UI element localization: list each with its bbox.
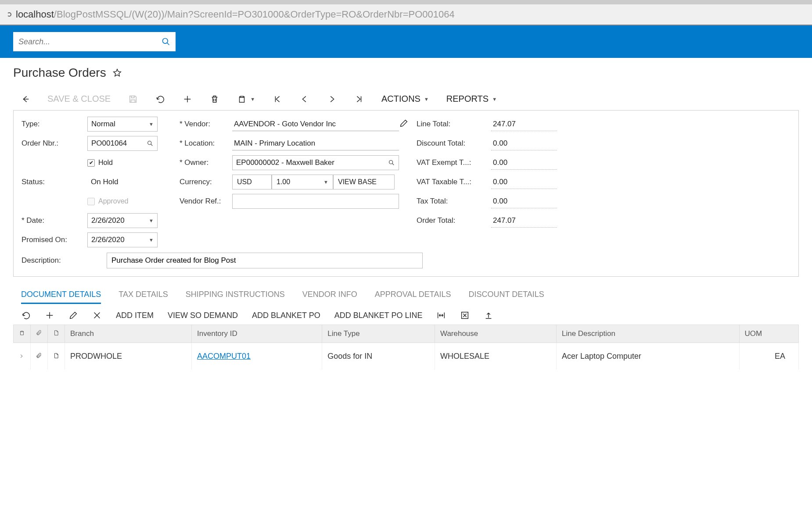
form-toolbar: SAVE & CLOSE ▼ ACTIONS ▼ [13, 92, 799, 110]
url-text: localhost/BlogPostMSSQL/(W(20))/Main?Scr… [16, 9, 455, 20]
refresh-icon[interactable] [7, 12, 11, 17]
grid-header-line-type[interactable]: Line Type [322, 325, 435, 343]
view-so-demand-button[interactable]: VIEW SO DEMAND [168, 311, 238, 320]
grid-header-uom[interactable]: UOM [739, 325, 798, 343]
cell-inventory-id[interactable]: AACOMPUT01 [197, 352, 251, 361]
description-label: Description: [22, 256, 86, 265]
owner-input[interactable]: EP00000002 - Maxwell Baker [236, 158, 334, 167]
cell-line-description[interactable]: Acer Laptop Computer [556, 343, 739, 370]
cell-branch[interactable]: PRODWHOLE [65, 343, 192, 370]
grid-header-line-description[interactable]: Line Description [556, 325, 739, 343]
svg-line-1 [167, 43, 169, 45]
vendor-label: Vendor: [180, 120, 232, 129]
description-input[interactable] [107, 253, 423, 268]
grid-header-note-icon[interactable] [48, 325, 65, 343]
grid-header-warehouse[interactable]: Warehouse [435, 325, 556, 343]
next-button[interactable] [327, 94, 337, 104]
view-base-button[interactable]: VIEW BASE [333, 175, 395, 189]
grid-add-button[interactable] [45, 311, 54, 320]
cell-uom[interactable]: EA [739, 343, 798, 370]
edit-vendor-icon[interactable] [399, 118, 417, 130]
tab-document-details[interactable]: DOCUMENT DETAILS [21, 286, 101, 304]
export-excel-button[interactable] [460, 311, 470, 320]
add-button[interactable] [183, 94, 192, 104]
prev-button[interactable] [300, 94, 309, 104]
last-button[interactable] [354, 94, 364, 104]
promised-on-label: Promised On: [22, 236, 87, 244]
tab-tax-details[interactable]: TAX DETAILS [119, 286, 168, 304]
grid-header-attachment-icon[interactable] [31, 325, 48, 343]
type-label: Type: [22, 120, 87, 129]
date-input[interactable]: 2/26/2020▼ [87, 213, 158, 228]
vendor-ref-input[interactable] [232, 194, 399, 209]
currency-control[interactable]: USD 1.00▼ VIEW BASE [232, 175, 399, 189]
search-icon [162, 37, 170, 46]
vat-taxable-value: 0.00 [491, 175, 557, 189]
save-close-button[interactable]: SAVE & CLOSE [47, 94, 111, 104]
actions-menu[interactable]: ACTIONS ▼ [381, 94, 429, 104]
approved-checkbox: Approved [87, 197, 158, 205]
upload-button[interactable] [484, 311, 493, 320]
order-nbr-input[interactable]: PO001064 [87, 136, 158, 151]
global-search[interactable] [13, 32, 176, 51]
vat-taxable-label: VAT Taxable T...: [417, 178, 491, 186]
back-button[interactable] [20, 94, 30, 104]
grid-header-inventory-id[interactable]: Inventory ID [192, 325, 322, 343]
date-label: Date: [22, 216, 87, 225]
add-blanket-po-button[interactable]: ADD BLANKET PO [252, 311, 320, 320]
row-selector-icon[interactable] [14, 343, 31, 370]
row-attachment-icon[interactable] [31, 343, 48, 370]
line-total-value: 247.07 [491, 117, 557, 131]
grid-edit-button[interactable] [68, 311, 78, 320]
tab-shipping-instructions[interactable]: SHIPPING INSTRUCTIONS [186, 286, 285, 304]
currency-label: Currency: [180, 178, 232, 186]
reports-menu[interactable]: REPORTS ▼ [446, 94, 497, 104]
svg-line-3 [151, 144, 152, 146]
save-button[interactable] [128, 94, 138, 104]
page-title: Purchase Orders [13, 66, 106, 80]
detail-tabs: DOCUMENT DETAILS TAX DETAILS SHIPPING IN… [13, 286, 799, 304]
tab-approval-details[interactable]: APPROVAL DETAILS [375, 286, 451, 304]
undo-button[interactable] [155, 94, 165, 104]
add-blanket-po-line-button[interactable]: ADD BLANKET PO LINE [334, 311, 423, 320]
browser-address-bar: localhost/BlogPostMSSQL/(W(20))/Main?Scr… [0, 0, 812, 25]
row-note-icon[interactable] [48, 343, 65, 370]
vendor-value[interactable]: AAVENDOR - Goto Vendor Inc [232, 117, 399, 131]
grid-toolbar: ADD ITEM VIEW SO DEMAND ADD BLANKET PO A… [13, 306, 799, 325]
delete-button[interactable] [210, 94, 219, 104]
discount-total-value: 0.00 [491, 136, 557, 150]
currency-code[interactable]: USD [232, 175, 272, 189]
type-select[interactable]: Normal▼ [87, 117, 158, 132]
fit-columns-button[interactable] [436, 311, 446, 320]
order-total-value: 247.07 [491, 214, 557, 228]
svg-point-0 [163, 39, 168, 44]
hold-checkbox[interactable]: ✔Hold [87, 159, 158, 167]
search-input[interactable] [18, 37, 162, 46]
grid-delete-button[interactable] [92, 311, 102, 320]
order-nbr-label: Order Nbr.: [22, 139, 87, 148]
tab-discount-details[interactable]: DISCOUNT DETAILS [469, 286, 544, 304]
top-band [0, 25, 812, 58]
grid-refresh-button[interactable] [21, 311, 31, 320]
cell-line-type[interactable]: Goods for IN [322, 343, 435, 370]
favorite-star-icon[interactable] [112, 68, 122, 78]
cell-warehouse[interactable]: WHOLESALE [435, 343, 556, 370]
tax-total-value: 0.00 [491, 194, 557, 208]
add-item-button[interactable]: ADD ITEM [116, 311, 154, 320]
promised-on-input[interactable]: 2/26/2020▼ [87, 232, 158, 247]
grid-header-clipboard-icon[interactable] [14, 325, 31, 343]
summary-form: Type: Normal▼ Vendor: AAVENDOR - Goto Ve… [13, 110, 799, 277]
grid-header-branch[interactable]: Branch [65, 325, 192, 343]
location-label: Location: [180, 139, 232, 148]
vat-exempt-label: VAT Exempt T...: [417, 158, 491, 167]
clipboard-button[interactable]: ▼ [237, 94, 255, 104]
location-value[interactable]: MAIN - Primary Location [232, 136, 399, 150]
first-button[interactable] [273, 94, 282, 104]
vendor-ref-label: Vendor Ref.: [180, 197, 232, 206]
tab-vendor-info[interactable]: VENDOR INFO [302, 286, 357, 304]
currency-rate[interactable]: 1.00 [277, 178, 290, 186]
vat-exempt-value: 0.00 [491, 156, 557, 170]
lookup-icon [147, 140, 154, 147]
table-row[interactable]: PRODWHOLE AACOMPUT01 Goods for IN WHOLES… [14, 343, 799, 370]
lookup-icon [388, 159, 395, 166]
